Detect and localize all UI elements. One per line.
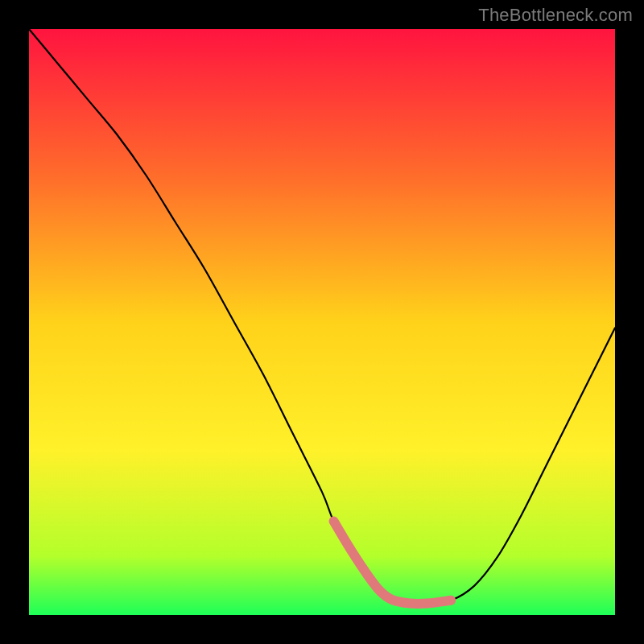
gradient-rect	[29, 29, 615, 615]
chart-frame: TheBottleneck.com	[0, 0, 644, 644]
plot-svg	[29, 29, 615, 615]
plot-area	[29, 29, 615, 615]
watermark-text: TheBottleneck.com	[478, 5, 633, 26]
